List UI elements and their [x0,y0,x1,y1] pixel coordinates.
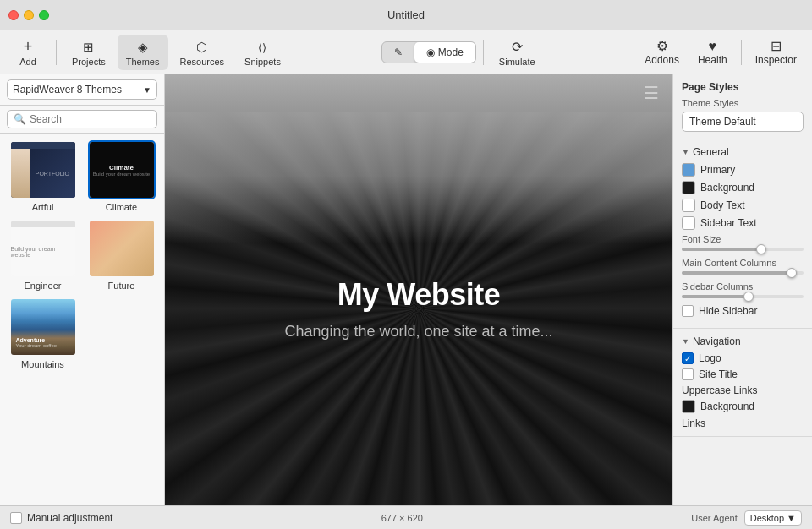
theme-thumbnail-artful: PORTFOLIO [9,140,77,199]
theme-name-mountains: Mountains [21,359,64,369]
body-text-color-swatch[interactable] [682,199,695,212]
close-button[interactable] [8,10,19,20]
search-input-wrap: 🔍 [7,110,157,128]
simulate-icon [512,38,523,56]
sidebar-columns-label: Sidebar Columns [682,281,804,292]
preview-area: ☰ My Website Changing the world, one sit… [165,74,672,505]
main-content-thumb[interactable] [787,268,797,278]
theme-thumbnail-climate: Climate Build your dream website [88,140,156,199]
addons-button[interactable]: Addons [636,34,688,70]
list-item[interactable]: Climate Build your dream website Climate [85,140,157,212]
resources-label: Resources [180,57,225,67]
hero-text: My Website Changing the world, one site … [284,277,552,341]
inspector-panel: Page Styles Theme Styles Theme Default ▼… [672,74,812,505]
hero-subtitle: Changing the world, one site at a time..… [284,323,552,341]
sidebar-columns-thumb[interactable] [743,292,754,302]
themes-grid: PORTFOLIO Artful Climate Build your drea… [0,134,164,505]
list-item[interactable]: Adventure Your dream coffee Mountains [7,297,79,369]
font-size-thumb[interactable] [756,244,766,254]
inspector-icon [771,38,782,54]
theme-name-engineer: Engineer [24,281,61,291]
themes-header: RapidWeaver 8 Themes ▼ [0,74,164,106]
main-layout: RapidWeaver 8 Themes ▼ 🔍 PORTFOLIO [0,74,812,505]
font-size-track [682,248,804,251]
theme-name-future: Future [108,281,135,291]
nav-background-swatch[interactable] [682,400,695,413]
manual-adjustment-label: Manual adjustment [27,512,112,524]
search-bar: 🔍 [0,106,164,134]
sidebar-columns-slider-container: Sidebar Columns [682,281,804,298]
add-button[interactable]: Add [7,35,49,70]
titlebar: Untitled [0,0,812,30]
inspector-button[interactable]: Inspector [747,34,805,70]
general-collapsible[interactable]: ▼ General [682,146,804,158]
theme-name-artful: Artful [32,202,54,212]
snippets-button[interactable]: Snippets [236,35,289,70]
theme-default-button[interactable]: Theme Default [682,112,804,132]
addons-icon [656,38,668,54]
snippets-label: Snippets [244,57,281,67]
theme-thumbnail-engineer: Build your dream website [9,219,77,278]
site-title-checkbox[interactable] [682,368,694,380]
projects-label: Projects [72,57,106,67]
maximize-button[interactable] [39,10,49,20]
toolbar-separator-2 [483,40,484,65]
background-color-swatch[interactable] [682,181,695,194]
main-content-fill [682,271,792,275]
body-text-color-row: Body Text [682,199,804,212]
themes-dropdown-value: RapidWeaver 8 Themes [13,84,122,95]
hero-title: My Website [284,277,552,313]
themes-icon [138,38,148,56]
theme-thumbnail-mountains: Adventure Your dream coffee [9,297,77,357]
health-icon [709,39,717,54]
nav-background-color-row: Background [682,400,804,413]
logo-checkbox[interactable]: ✓ [682,352,694,364]
themes-panel: RapidWeaver 8 Themes ▼ 🔍 PORTFOLIO [0,74,165,505]
hide-sidebar-label: Hide Sidebar [699,305,757,317]
themes-button[interactable]: Themes [118,35,168,70]
minimize-button[interactable] [24,10,34,20]
edit-mode-button[interactable]: ✎ [382,42,414,63]
primary-color-swatch[interactable] [682,163,695,177]
statusbar-right: User Agent Desktop ▼ [691,510,802,526]
main-content-track [682,271,804,275]
desktop-select[interactable]: Desktop ▼ [744,510,802,526]
sidebar-text-color-swatch[interactable] [682,216,695,230]
navigation-label: Navigation [693,335,741,347]
health-button[interactable]: Health [689,35,736,70]
preview-icon: ◉ [426,46,435,58]
list-item[interactable]: Future [85,219,157,291]
dimensions-display: 677 × 620 [119,513,684,523]
search-input[interactable] [30,113,156,125]
hide-sidebar-row: Hide Sidebar [682,305,804,317]
projects-icon [83,38,94,56]
preview-mode-button[interactable]: ◉ Mode [414,42,475,63]
logo-label: Logo [699,352,721,364]
add-label: Add [19,57,36,67]
dropdown-arrow-icon: ▼ [787,513,796,523]
toolbar-separator [56,40,57,65]
resources-button[interactable]: Resources [172,35,233,70]
themes-dropdown[interactable]: RapidWeaver 8 Themes ▼ [7,79,157,100]
projects-button[interactable]: Projects [63,35,114,70]
toolbar: Add Projects Themes Resources Snippets ✎… [0,30,812,74]
resources-icon [196,38,207,56]
theme-styles-label: Theme Styles [682,98,804,108]
page-styles-section: Page Styles Theme Styles Theme Default [673,74,812,139]
hide-sidebar-checkbox[interactable] [682,305,694,317]
navigation-collapsible[interactable]: ▼ Navigation [682,335,804,347]
search-icon: 🔍 [14,113,26,125]
desktop-label: Desktop [750,513,784,523]
main-content-columns-label: Main Content Columns [682,258,804,268]
list-item[interactable]: Build your dream website Engineer [7,219,79,291]
body-text-color-label: Body Text [700,199,744,211]
logo-row: ✓ Logo [682,352,804,364]
traffic-lights [8,10,49,20]
general-label: General [693,146,729,158]
site-title-row: Site Title [682,368,804,380]
triangle-nav-icon: ▼ [682,337,689,346]
list-item[interactable]: PORTFOLIO Artful [7,140,79,212]
manual-adjustment-checkbox[interactable] [10,512,22,524]
simulate-button[interactable]: Simulate [491,35,544,70]
background-color-label: Background [700,182,754,194]
